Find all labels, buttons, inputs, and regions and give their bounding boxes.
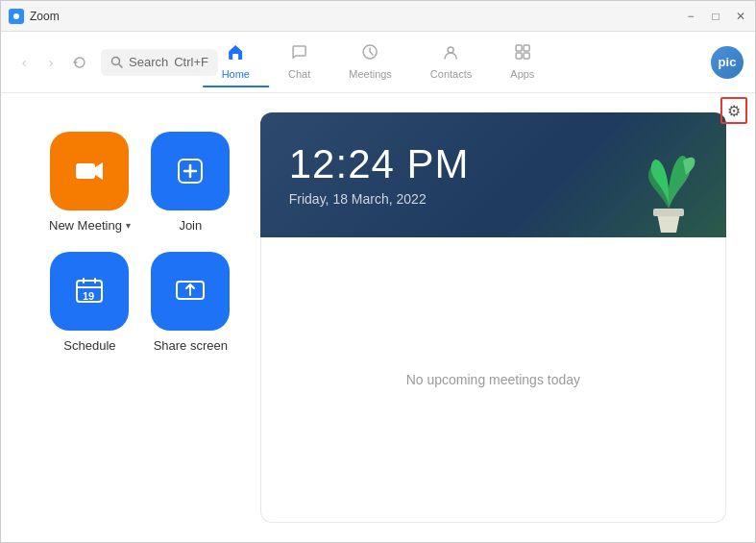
join-icon bbox=[173, 154, 207, 188]
tab-contacts[interactable]: Contacts bbox=[411, 37, 491, 87]
new-meeting-button[interactable] bbox=[50, 132, 129, 210]
refresh-icon bbox=[73, 56, 86, 69]
back-button[interactable]: ‹ bbox=[12, 51, 36, 74]
schedule-button[interactable]: 19 bbox=[50, 252, 129, 331]
tab-meetings-label: Meetings bbox=[349, 68, 392, 80]
svg-rect-9 bbox=[524, 53, 529, 59]
forward-button[interactable]: › bbox=[39, 51, 62, 74]
search-box[interactable]: Search Ctrl+F bbox=[101, 49, 218, 76]
home-icon bbox=[226, 42, 245, 66]
search-icon bbox=[110, 56, 123, 68]
meetings-icon bbox=[361, 42, 380, 66]
minimize-button[interactable]: − bbox=[684, 10, 697, 23]
actions-grid: New Meeting ▾ Join bbox=[49, 132, 232, 523]
new-meeting-item: New Meeting ▾ bbox=[49, 132, 131, 233]
share-screen-item: Share screen bbox=[150, 252, 232, 353]
clock-card: 12:24 PM Friday, 18 March, 2022 bbox=[260, 112, 726, 237]
maximize-button[interactable]: □ bbox=[709, 10, 722, 23]
profile-picture[interactable]: pic bbox=[711, 46, 744, 79]
title-bar: Zoom − □ ✕ bbox=[1, 1, 755, 32]
chat-icon bbox=[290, 42, 309, 66]
tab-chat-label: Chat bbox=[288, 68, 310, 80]
svg-rect-3 bbox=[232, 54, 238, 60]
plant-decoration bbox=[630, 132, 707, 237]
tab-home[interactable]: Home bbox=[203, 37, 269, 87]
svg-text:19: 19 bbox=[83, 290, 94, 302]
no-meetings-text: No upcoming meetings today bbox=[406, 372, 580, 387]
search-label: Search bbox=[129, 55, 168, 69]
join-button[interactable] bbox=[151, 132, 230, 210]
schedule-item: 19 Schedule bbox=[49, 252, 131, 353]
tab-apps-label: Apps bbox=[510, 68, 534, 80]
apps-icon bbox=[513, 42, 532, 66]
svg-rect-15 bbox=[653, 209, 684, 216]
main-content: New Meeting ▾ Join bbox=[1, 93, 755, 542]
svg-rect-7 bbox=[524, 45, 529, 51]
svg-point-2 bbox=[112, 58, 120, 65]
svg-point-5 bbox=[449, 47, 454, 53]
svg-rect-8 bbox=[516, 53, 522, 59]
tab-apps[interactable]: Apps bbox=[491, 37, 553, 87]
window-controls: − □ ✕ bbox=[684, 10, 747, 23]
tab-home-label: Home bbox=[222, 68, 250, 80]
refresh-button[interactable] bbox=[66, 49, 93, 76]
close-button[interactable]: ✕ bbox=[734, 10, 747, 23]
share-screen-icon bbox=[173, 274, 207, 309]
calendar-icon: 19 bbox=[72, 274, 107, 309]
settings-button[interactable]: ⚙ bbox=[720, 97, 747, 124]
app-icon bbox=[9, 9, 24, 24]
schedule-label: Schedule bbox=[63, 338, 115, 353]
meetings-card: No upcoming meetings today bbox=[260, 237, 726, 523]
app-window: Zoom − □ ✕ ‹ › Search Ctrl+F bbox=[0, 0, 756, 543]
nav-tabs: Home Chat Meetings bbox=[203, 37, 554, 87]
share-screen-label: Share screen bbox=[154, 338, 228, 353]
tab-chat[interactable]: Chat bbox=[269, 37, 329, 87]
svg-rect-6 bbox=[516, 45, 522, 51]
svg-rect-10 bbox=[76, 163, 95, 179]
svg-point-1 bbox=[13, 13, 19, 19]
toolbar: ‹ › Search Ctrl+F bbox=[1, 32, 755, 93]
profile-area: pic bbox=[711, 46, 744, 79]
right-panel: 12:24 PM Friday, 18 March, 2022 bbox=[260, 112, 726, 523]
join-item: Join bbox=[150, 132, 232, 233]
app-title: Zoom bbox=[30, 10, 684, 23]
nav-arrows: ‹ › bbox=[12, 49, 93, 76]
contacts-icon bbox=[442, 42, 461, 66]
dropdown-arrow-icon: ▾ bbox=[126, 220, 131, 231]
tab-contacts-label: Contacts bbox=[430, 68, 472, 80]
share-screen-button[interactable] bbox=[151, 252, 230, 331]
join-label: Join bbox=[179, 218, 202, 233]
tab-meetings[interactable]: Meetings bbox=[329, 37, 411, 87]
new-meeting-label[interactable]: New Meeting ▾ bbox=[49, 218, 131, 233]
camera-icon bbox=[72, 154, 107, 188]
